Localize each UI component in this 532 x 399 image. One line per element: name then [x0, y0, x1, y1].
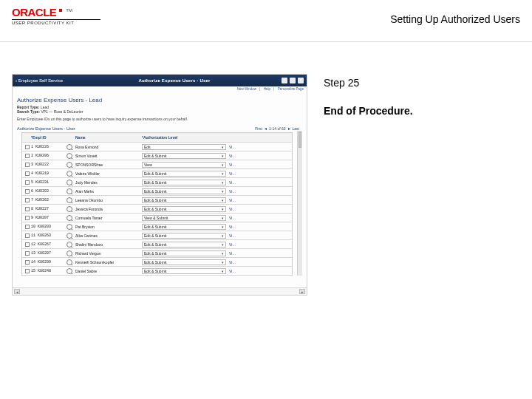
- cell-name: SPONSORSfree: [74, 163, 140, 167]
- sub-links: New Window | Help | Personalize Page: [13, 86, 307, 94]
- view-link[interactable]: View: [228, 154, 238, 158]
- auth-level-select[interactable]: View & Submit▾: [142, 215, 226, 221]
- view-link[interactable]: View: [228, 207, 238, 211]
- lookup-icon[interactable]: [66, 180, 72, 185]
- view-link[interactable]: View: [228, 233, 238, 238]
- grid-nav: First ◂ 1-14 of 63 ▸ Last: [255, 126, 299, 131]
- chevron-down-icon: ▾: [222, 189, 224, 194]
- chevron-down-icon: ▾: [222, 145, 224, 149]
- table-row: 8 KU0227Jessica ForondaEdit & Submit▾Vie…: [22, 205, 292, 214]
- tools-icon[interactable]: [298, 78, 304, 83]
- chevron-down-icon: ▾: [222, 171, 224, 176]
- grid-last[interactable]: Last: [293, 126, 299, 131]
- auth-level-select[interactable]: Edit & Submit▾: [142, 233, 226, 239]
- cell-emplid: 3 KU0222: [30, 163, 64, 167]
- lookup-icon[interactable]: [66, 250, 72, 256]
- lookup-icon[interactable]: [66, 215, 72, 221]
- view-link[interactable]: View: [228, 260, 238, 265]
- cell-emplid: 14 KU0299: [30, 260, 64, 265]
- view-link[interactable]: View: [228, 145, 238, 149]
- grid-prev-icon[interactable]: ◂: [265, 126, 267, 131]
- brand-dot-icon: [59, 9, 62, 12]
- auth-level-select[interactable]: Edit & Submit▾: [142, 268, 226, 274]
- auth-level-select[interactable]: Edit & Submit▾: [142, 153, 226, 159]
- view-link[interactable]: View: [228, 189, 238, 194]
- nav-icon[interactable]: [290, 78, 296, 83]
- titlebar-icons: [282, 78, 304, 83]
- brand-tm: TM: [66, 8, 72, 13]
- lookup-icon[interactable]: [66, 259, 72, 265]
- view-link[interactable]: View: [228, 171, 238, 176]
- scroll-left-icon[interactable]: ◂: [14, 289, 20, 294]
- auth-level-select[interactable]: Edit & Submit▾: [142, 224, 226, 230]
- lookup-icon[interactable]: [66, 197, 72, 203]
- cell-name: Simon Vosett: [74, 154, 140, 158]
- auth-level-select[interactable]: Edit & Submit▾: [142, 242, 226, 248]
- auth-level-select[interactable]: Edit & Submit▾: [142, 197, 226, 203]
- lookup-icon[interactable]: [66, 162, 72, 168]
- view-link[interactable]: View: [228, 198, 238, 202]
- lookup-icon[interactable]: [66, 268, 72, 274]
- doc-header: ORACLE TM USER PRODUCTIVITY KIT Setting …: [12, 6, 520, 43]
- auth-level-select[interactable]: Edit & Submit▾: [142, 180, 226, 185]
- cell-emplid: 7 KU0262: [30, 198, 64, 202]
- instruction-text: Enter Employee IDs on this page to autho…: [13, 114, 307, 124]
- auth-level-select[interactable]: Edit & Submit▾: [142, 188, 226, 194]
- cell-emplid: 6 KU0202: [30, 189, 64, 194]
- chevron-down-icon: ▾: [222, 207, 224, 211]
- chevron-down-icon: ▾: [222, 242, 224, 247]
- lookup-icon[interactable]: [66, 224, 72, 230]
- view-link[interactable]: View: [228, 163, 238, 167]
- titlebar-title: Authorize Expense Users - User: [67, 78, 282, 83]
- cell-name: Leeana Okumbo: [74, 198, 140, 202]
- end-of-procedure: End of Procedure.: [324, 105, 413, 117]
- brand-name: ORACLE: [12, 6, 56, 18]
- auth-level-select[interactable]: Edit & Submit▾: [142, 250, 226, 256]
- scrollbar-thumb[interactable]: [299, 132, 301, 148]
- col-auth[interactable]: *Authorization Level: [140, 135, 228, 140]
- cell-emplid: 15 KU0248: [30, 269, 64, 273]
- chevron-down-icon: ▾: [222, 225, 224, 229]
- cell-emplid: 10 KU0203: [30, 225, 64, 229]
- auth-level-select[interactable]: Edit & Submit▾: [142, 259, 226, 265]
- lookup-icon[interactable]: [66, 144, 72, 150]
- app-titlebar: ‹ Employee Self Service Authorize Expens…: [13, 75, 307, 86]
- grid-next-icon[interactable]: ▸: [288, 126, 290, 131]
- app-screenshot: ‹ Employee Self Service Authorize Expens…: [12, 74, 307, 296]
- grid-first[interactable]: First: [255, 126, 262, 131]
- lookup-icon[interactable]: [66, 242, 72, 248]
- cell-emplid: 13 KU0287: [30, 251, 64, 256]
- link-help[interactable]: Help: [264, 87, 270, 91]
- table-row: 7 KU0262Leeana OkumboEdit & Submit▾View: [22, 196, 292, 205]
- link-personalize[interactable]: Personalize Page: [278, 87, 304, 91]
- view-link[interactable]: View: [228, 269, 238, 273]
- col-name[interactable]: Name: [74, 135, 140, 140]
- auth-level-select[interactable]: View▾: [142, 162, 226, 168]
- lookup-icon[interactable]: [66, 206, 72, 212]
- lookup-icon[interactable]: [66, 233, 72, 239]
- view-link[interactable]: View: [228, 225, 238, 229]
- view-link[interactable]: View: [228, 251, 238, 256]
- lookup-icon[interactable]: [66, 153, 72, 159]
- auth-level-select[interactable]: Edit & Submit▾: [142, 206, 226, 212]
- link-new-window[interactable]: New Window: [237, 87, 256, 91]
- home-icon[interactable]: [282, 78, 287, 83]
- lookup-icon[interactable]: [66, 171, 72, 177]
- col-emplid[interactable]: *Empl ID: [30, 135, 64, 140]
- grid-scrollbar[interactable]: [297, 131, 302, 276]
- view-link[interactable]: View: [228, 242, 238, 247]
- scroll-right-icon[interactable]: ▸: [299, 289, 305, 294]
- cell-name: Jessica Foronda: [74, 207, 140, 211]
- view-link[interactable]: View: [228, 180, 238, 185]
- auth-level-select[interactable]: Edit & Submit▾: [142, 171, 226, 177]
- table-row: 14 KU0299Kenneth SchaumkopferEdit & Subm…: [22, 258, 292, 267]
- back-link[interactable]: ‹ Employee Self Service: [16, 78, 63, 83]
- lookup-icon[interactable]: [66, 188, 72, 194]
- auth-level-select[interactable]: Edit▾: [142, 144, 226, 150]
- grid-range: 1-14 of 63: [269, 126, 286, 131]
- table-row: 2 KU0206Simon VosettEdit & Submit▾View: [22, 151, 292, 160]
- chevron-down-icon: ▾: [222, 180, 224, 185]
- view-link[interactable]: View: [228, 216, 238, 220]
- grid-title: Authorize Expense Users - User: [17, 126, 75, 131]
- doc-title: Setting Up Authorized Users: [390, 13, 520, 25]
